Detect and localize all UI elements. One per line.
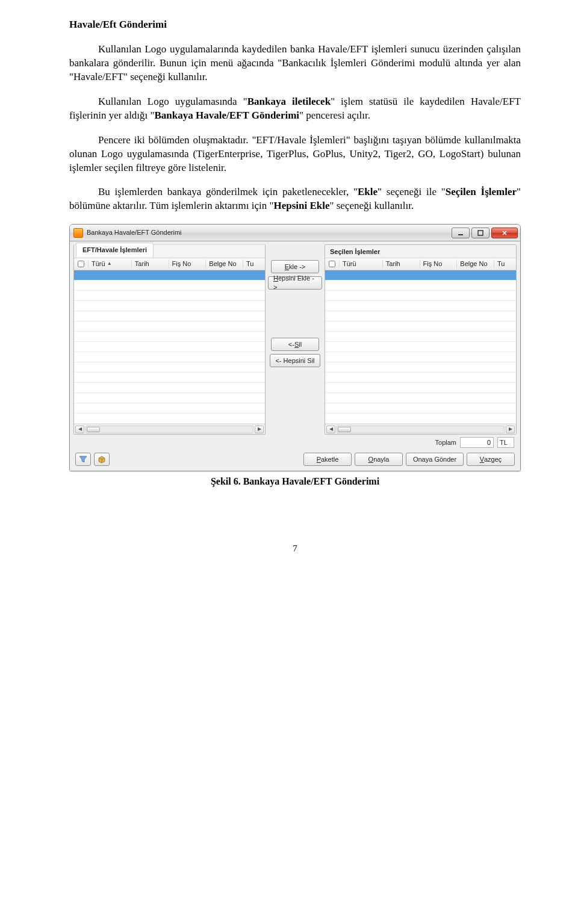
table-row[interactable] bbox=[74, 403, 265, 414]
svg-rect-0 bbox=[458, 234, 463, 235]
text: Bu işlemlerden bankaya gönderilmek için … bbox=[98, 186, 358, 197]
table-row[interactable] bbox=[74, 362, 265, 373]
table-row[interactable] bbox=[74, 342, 265, 352]
totals-row: Toplam 0 TL bbox=[73, 435, 517, 451]
transfer-buttons: Ekle -> Hepsini Ekle -> <- Sil <- Hepsin… bbox=[268, 244, 322, 367]
checkbox-header[interactable] bbox=[325, 261, 340, 267]
table-row[interactable] bbox=[325, 321, 516, 332]
table-row[interactable] bbox=[74, 352, 265, 362]
bottom-toolbar: Paketle Onayla Onaya Gönder Vazgeç bbox=[73, 451, 517, 467]
bold-text: Hepsini Ekle bbox=[273, 200, 329, 211]
col-turu[interactable]: Türü bbox=[340, 259, 383, 268]
right-grid-rows[interactable] bbox=[325, 270, 516, 424]
table-row[interactable] bbox=[325, 301, 516, 311]
right-panel: Seçilen İşlemler Türü Tarih Fiş No Belge… bbox=[325, 244, 517, 435]
sort-asc-icon: ▲ bbox=[107, 261, 112, 267]
left-h-scrollbar[interactable]: ◀ ▶ bbox=[74, 424, 265, 434]
app-window: Bankaya Havale/EFT Gönderimi EFT/Havale … bbox=[69, 224, 521, 471]
table-row[interactable] bbox=[74, 311, 265, 321]
add-all-button[interactable]: Hepsini Ekle -> bbox=[268, 276, 322, 290]
table-row[interactable] bbox=[325, 362, 516, 373]
table-row[interactable] bbox=[325, 291, 516, 301]
btn-text: il bbox=[299, 340, 302, 349]
bold-text: Ekle bbox=[358, 186, 378, 197]
col-tu[interactable]: Tu bbox=[243, 259, 265, 268]
paketle-button[interactable]: Paketle bbox=[303, 453, 352, 466]
paragraph-4: Bu işlemlerden bankaya gönderilmek için … bbox=[69, 185, 521, 213]
section-heading: Havale/Eft Gönderimi bbox=[69, 18, 521, 32]
btn-text: <- bbox=[288, 340, 294, 349]
window-title: Bankaya Havale/EFT Gönderimi bbox=[87, 228, 182, 237]
table-row[interactable] bbox=[325, 393, 516, 403]
vazgec-button[interactable]: Vazgeç bbox=[467, 453, 515, 466]
text: " seçeneği ile " bbox=[378, 186, 446, 197]
table-row[interactable] bbox=[325, 270, 516, 281]
maximize-button[interactable] bbox=[471, 228, 489, 238]
col-belgeno[interactable]: Belge No bbox=[206, 259, 243, 268]
minimize-icon bbox=[458, 230, 464, 236]
text: " penceresi açılır. bbox=[299, 110, 370, 121]
close-button[interactable] bbox=[491, 228, 518, 238]
filter-button[interactable] bbox=[75, 453, 91, 466]
filter-icon bbox=[79, 455, 87, 464]
scroll-thumb[interactable] bbox=[338, 427, 351, 432]
table-row[interactable] bbox=[325, 403, 516, 414]
checkbox-header[interactable] bbox=[74, 261, 89, 267]
onayla-button[interactable]: Onayla bbox=[355, 453, 403, 466]
col-turu[interactable]: Türü▲ bbox=[89, 259, 132, 268]
remove-button[interactable]: <- Sil bbox=[271, 338, 319, 351]
bold-text: Seçilen İşlemler bbox=[446, 186, 517, 197]
col-tu[interactable]: Tu bbox=[494, 259, 516, 268]
bold-text: Bankaya Havale/EFT Gönderimi bbox=[155, 110, 300, 121]
table-row[interactable] bbox=[74, 373, 265, 383]
col-tarih[interactable]: Tarih bbox=[132, 259, 169, 268]
add-button[interactable]: Ekle -> bbox=[271, 260, 319, 273]
col-tarih[interactable]: Tarih bbox=[383, 259, 420, 268]
btn-text: <- Hepsini Sil bbox=[275, 356, 314, 365]
left-tab[interactable]: EFT/Havale İşlemleri bbox=[76, 243, 154, 258]
table-row[interactable] bbox=[325, 383, 516, 393]
table-row[interactable] bbox=[325, 352, 516, 362]
left-grid-rows[interactable] bbox=[74, 270, 265, 424]
totals-currency: TL bbox=[497, 437, 514, 448]
scroll-right-icon[interactable]: ▶ bbox=[506, 426, 515, 433]
maximize-icon bbox=[477, 230, 483, 236]
text: " seçeneği kullanılır. bbox=[330, 200, 414, 211]
scroll-left-icon[interactable]: ◀ bbox=[75, 426, 84, 433]
table-row[interactable] bbox=[74, 332, 265, 342]
btn-text: epsini Ekle -> bbox=[273, 274, 314, 291]
col-belgeno[interactable]: Belge No bbox=[457, 259, 494, 268]
table-row[interactable] bbox=[325, 332, 516, 342]
bold-text: Bankaya iletilecek bbox=[247, 96, 331, 107]
figure-caption: Şekil 6. Bankaya Havale/EFT Gönderimi bbox=[69, 475, 521, 488]
right-column-header: Türü Tarih Fiş No Belge No Tu bbox=[325, 258, 516, 270]
paragraph-1: Kullanılan Logo uygulamalarında kaydedil… bbox=[69, 43, 521, 84]
scroll-right-icon[interactable]: ▶ bbox=[255, 426, 264, 433]
table-row[interactable] bbox=[74, 321, 265, 332]
scroll-left-icon[interactable]: ◀ bbox=[326, 426, 335, 433]
onaya-gonder-button[interactable]: Onaya Gönder bbox=[406, 453, 464, 466]
remove-all-button[interactable]: <- Hepsini Sil bbox=[270, 354, 320, 367]
table-row[interactable] bbox=[325, 373, 516, 383]
table-row[interactable] bbox=[325, 414, 516, 424]
right-h-scrollbar[interactable]: ◀ ▶ bbox=[325, 424, 516, 434]
titlebar[interactable]: Bankaya Havale/EFT Gönderimi bbox=[70, 225, 520, 241]
table-row[interactable] bbox=[325, 342, 516, 352]
package-icon-button[interactable] bbox=[94, 453, 110, 466]
table-row[interactable] bbox=[74, 291, 265, 301]
minimize-button[interactable] bbox=[452, 228, 470, 238]
table-row[interactable] bbox=[74, 270, 265, 281]
left-column-header: Türü▲ Tarih Fiş No Belge No Tu bbox=[74, 258, 265, 270]
table-row[interactable] bbox=[74, 414, 265, 424]
col-fisno[interactable]: Fiş No bbox=[420, 259, 458, 268]
table-row[interactable] bbox=[325, 281, 516, 291]
table-row[interactable] bbox=[74, 301, 265, 311]
totals-label: Toplam bbox=[435, 438, 456, 447]
table-row[interactable] bbox=[74, 393, 265, 403]
page-number: 7 bbox=[69, 542, 521, 554]
table-row[interactable] bbox=[74, 383, 265, 393]
table-row[interactable] bbox=[74, 281, 265, 291]
scroll-thumb[interactable] bbox=[87, 427, 100, 432]
col-fisno[interactable]: Fiş No bbox=[169, 259, 207, 268]
table-row[interactable] bbox=[325, 311, 516, 321]
